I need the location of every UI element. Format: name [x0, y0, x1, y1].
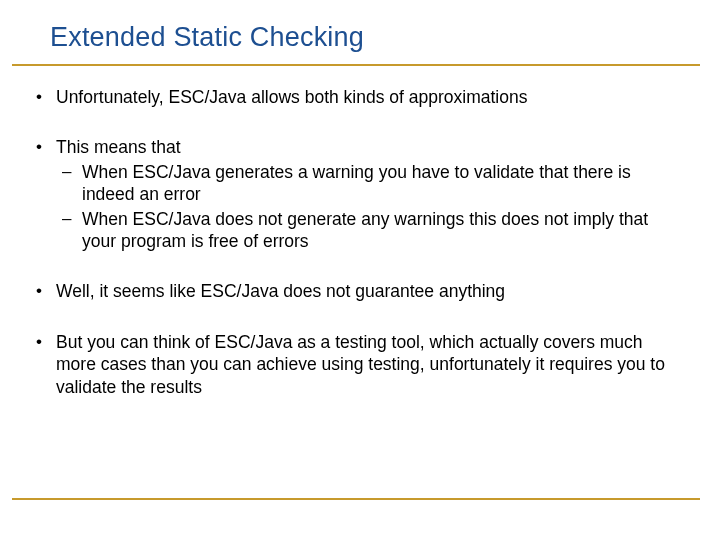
bullet-list: Well, it seems like ESC/Java does not gu…: [32, 280, 684, 398]
bullet-text: This means that: [56, 137, 181, 157]
sub-bullet-item: When ESC/Java generates a warning you ha…: [56, 161, 684, 206]
bullet-item: But you can think of ESC/Java as a testi…: [32, 331, 684, 398]
divider-top: [12, 64, 700, 66]
divider-bottom: [12, 498, 700, 500]
slide: Extended Static Checking Unfortunately, …: [0, 0, 720, 540]
slide-body: Unfortunately, ESC/Java allows both kind…: [32, 86, 684, 426]
bullet-text: Well, it seems like ESC/Java does not gu…: [56, 281, 505, 301]
bullet-item: Well, it seems like ESC/Java does not gu…: [32, 280, 684, 302]
bullet-text: But you can think of ESC/Java as a testi…: [56, 332, 665, 397]
bullet-list: Unfortunately, ESC/Java allows both kind…: [32, 86, 684, 252]
sub-bullet-text: When ESC/Java does not generate any warn…: [82, 209, 648, 251]
sub-bullet-list: When ESC/Java generates a warning you ha…: [56, 161, 684, 253]
sub-bullet-item: When ESC/Java does not generate any warn…: [56, 208, 684, 253]
sub-bullet-text: When ESC/Java generates a warning you ha…: [82, 162, 631, 204]
slide-title: Extended Static Checking: [50, 22, 364, 53]
bullet-item: This means that When ESC/Java generates …: [32, 136, 684, 252]
bullet-text: Unfortunately, ESC/Java allows both kind…: [56, 87, 527, 107]
bullet-item: Unfortunately, ESC/Java allows both kind…: [32, 86, 684, 108]
